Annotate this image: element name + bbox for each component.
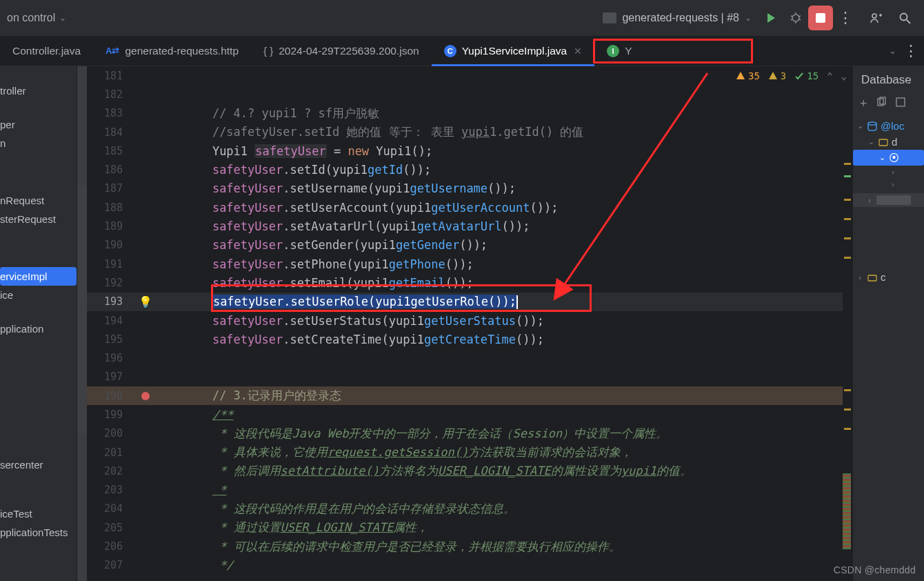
sidebar-item[interactable]: pplication [0, 319, 77, 338]
code-token: getCreateTime [424, 333, 516, 346]
line-number[interactable]: 197 [87, 371, 135, 383]
line-number[interactable]: 204 [87, 502, 135, 515]
sidebar-item[interactable]: ice [0, 286, 77, 304]
run-config-selector[interactable]: generated-requests | #8 ⌄ [596, 9, 759, 27]
stop-button[interactable] [808, 6, 833, 30]
db-tree-row[interactable]: ⌄ @loc [853, 118, 924, 134]
db-tree-row[interactable]: › [853, 193, 924, 207]
tab-yupi1serviceimpl-java[interactable]: C Yupi1ServiceImpl.java ✕ [432, 36, 595, 66]
run-config-label: generated-requests | #8 [622, 12, 739, 24]
line-number[interactable]: 194 [87, 315, 135, 327]
line-number[interactable]: 198 [87, 390, 135, 402]
kebab-icon[interactable]: ⋮ [903, 42, 918, 60]
line-number[interactable]: 203 [87, 484, 135, 496]
sidebar-item[interactable]: sercenter [0, 455, 77, 474]
intention-bulb-icon[interactable]: 💡 [139, 295, 152, 308]
inspection-widget[interactable]: 35 3 15 ⌃ ⌄ [736, 70, 847, 81]
chevron-right-icon[interactable]: › [856, 273, 864, 282]
svg-line-3 [791, 16, 792, 17]
database-title: Database [853, 66, 924, 94]
line-number[interactable]: 206 [87, 540, 135, 553]
db-tree-row[interactable]: › [853, 178, 924, 190]
chevron-down-icon[interactable]: ⌄ [878, 153, 886, 162]
line-number[interactable]: 193 [87, 295, 135, 308]
sidebar-item-selected[interactable]: erviceImpl [0, 267, 77, 286]
chevron-down-icon[interactable]: ⌄ [867, 137, 875, 146]
run-button[interactable] [759, 6, 783, 30]
add-datasource-button[interactable]: + [860, 97, 867, 111]
line-number[interactable]: 200 [87, 427, 135, 440]
prev-highlight-button[interactable]: ⌃ [827, 70, 832, 81]
tab-generated-requests-http[interactable]: A⇄ generated-requests.http [93, 36, 251, 66]
db-copy-icon[interactable] [876, 97, 887, 111]
topbar-right-group [863, 6, 917, 30]
close-icon[interactable]: ✕ [574, 46, 582, 57]
line-number[interactable]: 191 [87, 258, 135, 270]
line-number[interactable]: 181 [87, 70, 135, 82]
code-token: safetyUser [254, 144, 326, 158]
editor-markbar[interactable] [843, 66, 852, 581]
tab-controller-java[interactable]: Controller.java [0, 36, 93, 66]
line-number[interactable]: 190 [87, 239, 135, 251]
db-refresh-icon[interactable] [895, 97, 906, 111]
line-number[interactable]: 183 [87, 107, 135, 119]
chevron-right-icon[interactable]: › [865, 196, 874, 204]
inspection-typos[interactable]: 15 [794, 70, 818, 81]
search-everywhere-button[interactable] [892, 6, 917, 30]
db-tree-row[interactable]: › c [853, 269, 924, 285]
tab-json-file[interactable]: { } 2024-04-29T225639.200.json [251, 36, 432, 66]
code-token: .setUsername( [283, 181, 374, 195]
line-number[interactable]: 202 [87, 465, 135, 477]
code-editor[interactable]: 35 3 15 ⌃ ⌄ 181 182 183 // 4.? yupi1 ? s… [87, 66, 852, 581]
scroll-gutter[interactable] [77, 66, 87, 581]
inspection-errors[interactable]: 35 [736, 70, 760, 81]
inspection-warnings[interactable]: 3 [768, 70, 786, 81]
chevron-right-icon[interactable]: › [889, 180, 897, 188]
db-tree-row[interactable]: ⌄ d [853, 134, 924, 150]
svg-point-0 [792, 14, 799, 21]
sidebar-item[interactable]: nRequest [0, 191, 77, 210]
line-number[interactable]: 192 [87, 277, 135, 289]
sidebar-item[interactable]: iceTest [0, 504, 77, 523]
breakpoint-icon[interactable] [141, 392, 150, 400]
tab-overflow[interactable]: I Y [594, 36, 644, 66]
chevron-down-icon[interactable]: ⌄ [856, 121, 864, 130]
json-icon: { } [263, 45, 273, 57]
sidebar-item[interactable]: n [0, 134, 77, 152]
line-number[interactable]: 196 [87, 352, 135, 364]
chevron-right-icon[interactable]: › [889, 168, 897, 176]
code-token: yupi1 [354, 257, 389, 271]
line-number[interactable]: 188 [87, 201, 135, 214]
debug-button[interactable] [783, 6, 808, 30]
line-number[interactable]: 201 [87, 446, 135, 459]
sidebar-item[interactable]: pplicationTests [0, 523, 77, 542]
chevron-down-icon[interactable]: ⌄ [889, 46, 896, 56]
code-area[interactable]: 181 182 183 // 4.? yupi1 ? sf用户脱敏 184 //… [87, 66, 843, 581]
project-breadcrumb[interactable]: on control ⌄ [7, 12, 66, 24]
database-tool-window[interactable]: Database + ⌄ @loc ⌄ d ⌄ ⦿ [852, 66, 924, 581]
line-number[interactable]: 205 [87, 522, 135, 534]
line-number[interactable]: 199 [87, 408, 135, 421]
sidebar-item[interactable]: per [0, 115, 77, 134]
line-number[interactable]: 207 [87, 559, 135, 571]
line-number[interactable]: 185 [87, 145, 135, 157]
database-tree[interactable]: ⌄ @loc ⌄ d ⌄ ⦿ › › › [853, 117, 924, 286]
sidebar-item[interactable]: sterRequest [0, 210, 77, 228]
line-number[interactable]: 189 [87, 220, 135, 233]
code-token: yupi1 [389, 314, 424, 328]
sidebar-item[interactable]: troller [0, 81, 77, 100]
code-token: Yupi1(); [369, 144, 432, 158]
db-tree-row[interactable]: › [853, 166, 924, 178]
line-number[interactable]: 186 [87, 164, 135, 176]
line-number[interactable]: 182 [87, 88, 135, 101]
project-sidebar[interactable]: troller per n nRequest sterRequest ervic… [0, 66, 77, 581]
code-token: yupi1 [389, 333, 424, 346]
db-tree-row-selected[interactable]: ⌄ ⦿ [853, 150, 924, 166]
code-with-me-button[interactable] [863, 6, 888, 30]
line-number[interactable]: 184 [87, 126, 135, 139]
line-number[interactable]: 187 [87, 182, 135, 195]
next-highlight-button[interactable]: ⌄ [841, 70, 847, 81]
more-actions-button[interactable]: ⋮ [833, 6, 858, 30]
code-token: yupi1 [374, 181, 410, 195]
line-number[interactable]: 195 [87, 333, 135, 346]
